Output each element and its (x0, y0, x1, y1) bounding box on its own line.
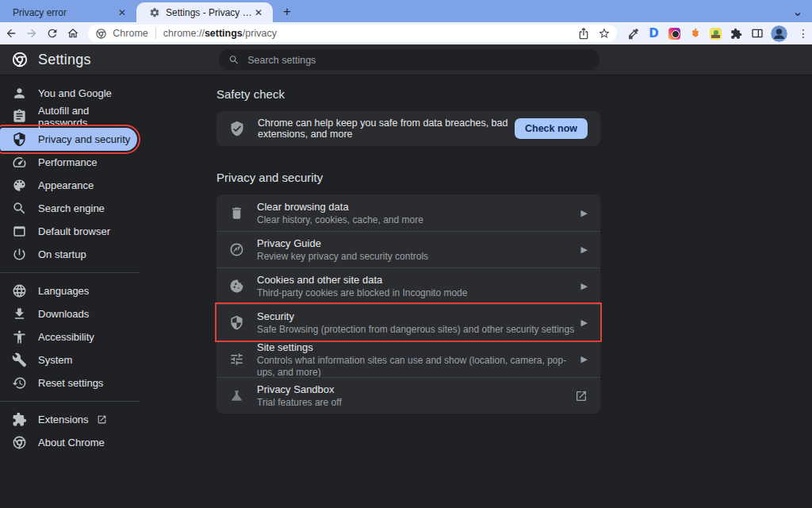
person-icon (12, 86, 27, 101)
speedometer-icon (12, 155, 27, 170)
reload-button[interactable] (44, 24, 62, 43)
home-button[interactable] (63, 24, 82, 43)
compass-icon (229, 242, 244, 257)
forward-button[interactable] (23, 24, 41, 43)
tab-privacy-error[interactable]: Privacy error ✕ (0, 3, 136, 22)
palette-icon (12, 178, 27, 193)
sidebar-item-accessibility[interactable]: Accessibility (0, 325, 137, 348)
settings-search[interactable] (219, 49, 599, 71)
camera-extension-icon[interactable] (668, 27, 681, 40)
row-security[interactable]: Security Safe Browsing (protection from … (216, 304, 600, 341)
check-now-button[interactable]: Check now (515, 118, 588, 139)
reload-icon (46, 27, 59, 40)
shield-check-icon (229, 121, 245, 137)
row-clear-browsing-data[interactable]: Clear browsing data Clear history, cooki… (216, 194, 600, 231)
row-title: Clear browsing data (257, 200, 575, 214)
extensions-puzzle-icon[interactable] (730, 27, 743, 40)
cookie-icon (229, 279, 244, 294)
sidebar-item-languages[interactable]: Languages (0, 279, 137, 302)
puzzle-icon (12, 412, 27, 427)
plant-extension-icon[interactable] (709, 27, 722, 40)
home-icon (67, 27, 79, 40)
browser-window: Privacy error ✕ Settings - Privacy and s… (0, 0, 812, 508)
side-panel-icon[interactable] (750, 27, 764, 40)
tab-close-icon[interactable]: ✕ (252, 6, 265, 19)
sidebar-item-about-chrome[interactable]: About Chrome (0, 431, 137, 454)
shield-icon (12, 132, 27, 147)
sidebar-item-privacy-security[interactable]: Privacy and security (0, 128, 137, 151)
search-input[interactable] (247, 55, 590, 66)
site-label: Chrome (113, 28, 147, 39)
profile-avatar[interactable] (771, 25, 787, 42)
eyedropper-extension-icon[interactable] (626, 27, 640, 40)
chrome-logo-icon (11, 51, 29, 68)
row-title: Cookies and other site data (257, 273, 575, 287)
extensions-row: D ⋮ (626, 25, 812, 42)
back-button[interactable] (2, 24, 21, 43)
settings-content: Safety check Chrome can help keep you sa… (216, 76, 600, 414)
settings-body: You and Google Autofill and passwords Pr… (0, 76, 812, 508)
share-icon[interactable] (577, 27, 590, 40)
row-cookies[interactable]: Cookies and other site data Third-party … (216, 267, 600, 304)
tab-title: Settings - Privacy and security (166, 7, 252, 18)
row-subtitle: Third-party cookies are blocked in Incog… (257, 287, 575, 299)
arrow-forward-icon (25, 27, 38, 40)
chevron-down-icon[interactable]: ⌄ (791, 5, 804, 17)
new-tab-button[interactable]: + (278, 2, 297, 21)
sidebar-item-system[interactable]: System (0, 348, 137, 371)
download-icon (12, 306, 27, 321)
search-icon (12, 201, 27, 216)
privacy-section-heading: Privacy and security (216, 171, 600, 184)
external-link-icon (575, 390, 588, 402)
divider (0, 272, 140, 273)
sidebar-item-performance[interactable]: Performance (0, 151, 137, 174)
safety-check-card: Chrome can help keep you safe from data … (216, 111, 600, 146)
settings-header: Settings (0, 44, 812, 75)
row-subtitle: Clear history, cookies, cache, and more (257, 214, 575, 226)
chrome-logo-icon (12, 435, 27, 450)
safety-check-heading: Safety check (216, 87, 600, 101)
tab-strip: Privacy error ✕ Settings - Privacy and s… (0, 0, 812, 22)
chevron-right-icon: ▶ (581, 244, 588, 255)
row-subtitle: Safe Browsing (protection from dangerous… (257, 324, 575, 336)
trash-icon (229, 206, 244, 221)
sidebar-item-you-and-google[interactable]: You and Google (0, 82, 137, 105)
tab-title: Privacy error (13, 7, 116, 18)
page-title: Settings (38, 52, 91, 68)
sidebar-item-downloads[interactable]: Downloads (0, 302, 137, 325)
sidebar-item-autofill[interactable]: Autofill and passwords (0, 105, 137, 128)
row-subtitle: Review key privacy and security controls (257, 251, 575, 263)
blue-d-extension-icon[interactable]: D (647, 27, 661, 40)
sidebar-item-on-startup[interactable]: On startup (0, 243, 137, 266)
sidebar-item-default-browser[interactable]: Default browser (0, 220, 137, 243)
row-title: Privacy Guide (257, 237, 575, 250)
row-subtitle: Trial features are off (257, 397, 569, 409)
url-text: chrome://settings/privacy (163, 28, 277, 39)
divider (0, 401, 140, 402)
safety-check-message: Chrome can help keep you safe from data … (258, 117, 515, 140)
orange-flame-extension-icon[interactable] (688, 27, 702, 40)
address-bar[interactable]: Chrome chrome://settings/privacy (88, 25, 617, 42)
restore-icon (12, 375, 27, 391)
bookmark-star-icon[interactable] (598, 27, 611, 40)
row-title: Privacy Sandbox (257, 383, 569, 396)
browser-menu-icon[interactable]: ⋮ (798, 27, 812, 40)
sidebar-item-extensions[interactable]: Extensions (0, 408, 137, 431)
search-icon (228, 54, 239, 66)
flask-icon (229, 388, 244, 403)
row-site-settings[interactable]: Site settings Controls what information … (216, 341, 600, 377)
privacy-settings-card: Clear browsing data Clear history, cooki… (216, 194, 600, 414)
sidebar-item-search-engine[interactable]: Search engine (0, 197, 137, 220)
row-title: Security (257, 310, 575, 323)
chevron-right-icon: ▶ (581, 354, 588, 364)
sidebar-item-appearance[interactable]: Appearance (0, 174, 137, 197)
tab-close-icon[interactable]: ✕ (116, 6, 128, 19)
shield-icon (229, 315, 244, 330)
row-privacy-guide[interactable]: Privacy Guide Review key privacy and sec… (216, 231, 600, 267)
chevron-right-icon: ▶ (581, 208, 588, 218)
row-privacy-sandbox[interactable]: Privacy Sandbox Trial features are off (216, 377, 600, 414)
browser-window-icon (12, 224, 27, 239)
chevron-right-icon: ▶ (581, 318, 588, 328)
tab-settings[interactable]: Settings - Privacy and security ✕ (136, 2, 273, 22)
sidebar-item-reset-settings[interactable]: Reset settings (0, 371, 137, 394)
